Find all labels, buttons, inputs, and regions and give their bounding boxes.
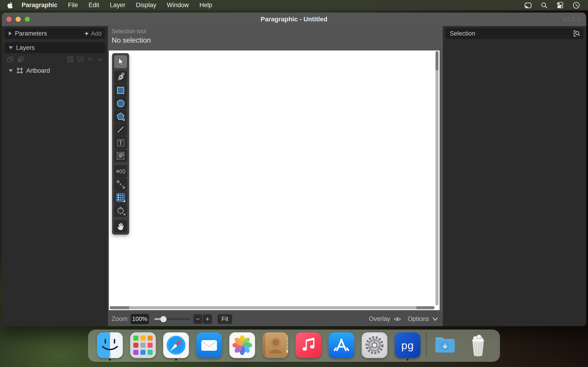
horizontal-scrollbar-thumb[interactable]	[129, 306, 417, 309]
trash-icon	[465, 332, 491, 358]
dock-item-photos[interactable]	[229, 332, 255, 361]
disclosure-down-icon[interactable]	[9, 69, 13, 72]
dock-separator	[426, 333, 427, 358]
canvas[interactable]: T	[109, 50, 440, 310]
tool-pan[interactable]	[114, 220, 127, 233]
rectangle-icon	[114, 84, 127, 97]
dock-item-contacts[interactable]	[262, 332, 288, 361]
menu-bar: Paragraphic File Edit Layer Display Wind…	[0, 0, 588, 10]
repeat-grid-icon	[114, 191, 127, 204]
dock-item-launchpad[interactable]	[130, 332, 156, 361]
dock-item-app-store[interactable]	[329, 332, 355, 361]
zoom-out-button[interactable]: −	[193, 314, 202, 324]
screen-mirroring-icon[interactable]	[524, 1, 532, 9]
spiral-icon	[114, 149, 127, 162]
hand-icon	[114, 220, 127, 233]
tool-repeat-along-line[interactable]	[114, 165, 127, 178]
zoom-value-field[interactable]: 100%	[131, 314, 149, 324]
menu-item-layer[interactable]: Layer	[110, 2, 125, 9]
layers-toolbar-right	[64, 56, 103, 63]
inspect-selection-icon[interactable]	[573, 30, 580, 37]
repeat-diagonal-icon	[114, 178, 127, 191]
music-icon	[296, 332, 321, 358]
tool-pen[interactable]	[114, 71, 127, 84]
layers-header[interactable]: Layers	[5, 42, 105, 53]
running-indicator	[109, 359, 111, 361]
tool-repeat-radial[interactable]	[114, 204, 127, 217]
tool-repeat-diagonal[interactable]	[114, 178, 127, 191]
dock-item-safari[interactable]	[163, 332, 189, 361]
layer-row-artboard[interactable]: Artboard	[2, 66, 108, 76]
tool-polygon[interactable]	[114, 110, 127, 123]
app-version: v1.1.2	[563, 16, 580, 23]
zoom-slider-thumb[interactable]	[160, 316, 166, 322]
artboard-icon	[16, 67, 23, 74]
menu-app-name[interactable]: Paragraphic	[22, 2, 57, 9]
menu-item-file[interactable]: File	[68, 2, 78, 9]
duplicate-icon[interactable]	[6, 56, 14, 63]
apple-menu-icon[interactable]	[7, 2, 14, 9]
tool-rectangle[interactable]	[114, 84, 127, 97]
dock-item-mail[interactable]	[196, 332, 222, 361]
selection-panel-title: Selection	[450, 30, 475, 37]
clock-icon[interactable]	[572, 1, 580, 9]
duplicate-filled-icon[interactable]	[17, 56, 24, 63]
overlay-options-group: Overlay Options	[369, 315, 438, 323]
dock-item-music[interactable]	[296, 332, 321, 361]
search-icon[interactable]	[540, 1, 548, 9]
options-label[interactable]: Options	[408, 315, 429, 323]
main-area: Selection tool No selection	[108, 26, 447, 326]
menu-item-window[interactable]: Window	[167, 2, 189, 9]
disclosure-down-icon[interactable]	[9, 46, 13, 49]
right-panel: Selection	[443, 26, 586, 326]
window-content: Parameters + Add Layers	[2, 26, 586, 326]
layer-label: Artboard	[26, 67, 50, 74]
running-indicator	[175, 359, 177, 361]
zoom-in-button[interactable]: +	[203, 314, 212, 324]
move-down-icon[interactable]	[96, 56, 103, 63]
plus-icon: +	[85, 30, 89, 37]
frame-icon[interactable]	[67, 56, 74, 63]
tool-ellipse[interactable]	[114, 97, 127, 110]
menu-item-edit[interactable]: Edit	[89, 2, 99, 9]
bottom-bar: Zoom 100% − + Fit Overlay Options	[108, 311, 447, 326]
tool-repeat-grid[interactable]	[114, 191, 127, 204]
add-parameter-button[interactable]: + Add	[85, 30, 102, 37]
mask-icon[interactable]	[77, 56, 84, 63]
fit-button[interactable]: Fit	[217, 314, 232, 324]
selection-panel-header: Selection	[446, 28, 583, 39]
chevron-down-icon[interactable]	[432, 317, 438, 321]
dock-item-system-settings[interactable]	[362, 332, 388, 361]
move-up-icon[interactable]	[87, 56, 94, 63]
zoom-slider[interactable]	[154, 314, 190, 324]
dock-item-downloads[interactable]	[432, 332, 458, 361]
tool-text[interactable]: T	[114, 136, 127, 149]
dock-item-finder[interactable]	[97, 332, 123, 361]
pen-icon	[114, 71, 127, 84]
menu-item-help[interactable]: Help	[199, 2, 212, 9]
vertical-scrollbar[interactable]	[435, 51, 439, 305]
vertical-scrollbar-thumb[interactable]	[435, 70, 439, 305]
menu-item-display[interactable]: Display	[136, 2, 156, 9]
tool-line[interactable]	[114, 123, 127, 136]
dock-item-paragraphic[interactable]: pg	[395, 332, 421, 361]
repeat-radial-icon	[114, 204, 127, 217]
tool-spiral[interactable]	[114, 149, 127, 162]
app-store-icon	[329, 332, 355, 358]
contacts-icon	[262, 332, 288, 358]
dock: pg	[88, 330, 500, 362]
tool-selection[interactable]	[114, 55, 127, 68]
title-bar[interactable]: Paragraphic - Untitled v1.1.2	[2, 13, 586, 26]
tool-palette: T	[112, 53, 129, 235]
disclosure-right-icon[interactable]	[9, 31, 12, 35]
eye-icon[interactable]	[393, 316, 401, 322]
left-sidebar: Parameters + Add Layers	[2, 26, 108, 326]
selection-status: No selection	[112, 36, 151, 44]
active-tool-name: Selection tool	[112, 28, 146, 35]
control-center-icon[interactable]	[556, 1, 564, 9]
pg-label: pg	[401, 339, 414, 352]
dock-item-trash[interactable]	[465, 332, 491, 361]
parameters-header[interactable]: Parameters + Add	[5, 28, 105, 39]
safari-icon	[163, 332, 189, 358]
horizontal-scrollbar[interactable]	[110, 306, 435, 309]
